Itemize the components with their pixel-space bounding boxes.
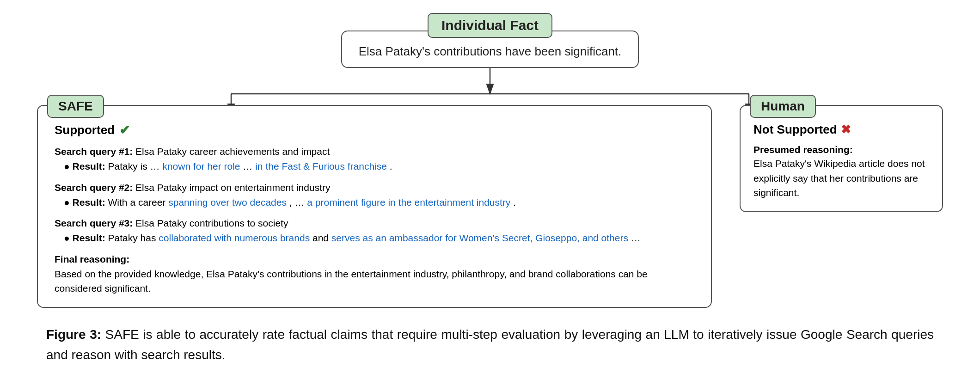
safe-box-wrapper: SAFE Supported ✔ Search query #1: Elsa P… xyxy=(37,105,712,308)
presumed-label: Presumed reasoning: xyxy=(753,144,853,155)
final-reasoning-block: Final reasoning: Based on the provided k… xyxy=(55,254,694,296)
safe-badge-label: SAFE xyxy=(58,99,93,113)
result-3-mid: and xyxy=(312,233,331,243)
individual-fact-text: Elsa Pataky's contributions have been si… xyxy=(359,44,622,58)
safe-status-text: Supported xyxy=(55,123,115,137)
query-block-3: Search query #3: Elsa Pataky contributio… xyxy=(55,218,694,245)
checkmark-icon: ✔ xyxy=(119,122,130,138)
result-2-link2: a prominent figure in the entertainment … xyxy=(307,197,510,208)
presumed-text: Elsa Pataky's Wikipedia article does not… xyxy=(753,156,929,200)
query-1-text: Elsa Pataky career achievements and impa… xyxy=(135,146,330,157)
main-container: Individual Fact Elsa Pataky's contributi… xyxy=(0,0,980,392)
query-2-bold: Search query #2: xyxy=(55,182,133,193)
human-badge: Human xyxy=(750,95,816,118)
human-status-text: Not Supported xyxy=(753,122,837,137)
bullet-3: ● xyxy=(64,233,73,243)
result-2-prefix: Result: With a career xyxy=(73,197,169,208)
result-2-suffix: . xyxy=(513,197,516,208)
individual-fact-wrapper: Individual Fact Elsa Pataky's contributi… xyxy=(341,13,639,68)
columns-wrapper: SAFE Supported ✔ Search query #1: Elsa P… xyxy=(37,105,943,308)
presumed-reasoning-block: Presumed reasoning: Elsa Pataky's Wikipe… xyxy=(753,144,929,200)
individual-fact-badge-label: Individual Fact xyxy=(441,18,539,33)
result-3-link2: serves as an ambassador for Women's Secr… xyxy=(331,233,628,243)
result-3-suffix: … xyxy=(631,233,641,243)
bullet-1: ● xyxy=(64,161,73,172)
query-3-label: Search query #3: Elsa Pataky contributio… xyxy=(55,218,694,229)
final-reasoning-label: Final reasoning: xyxy=(55,254,694,265)
query-2-result: ● Result: With a career spanning over tw… xyxy=(64,195,694,210)
result-1-link1: known for her role xyxy=(162,161,240,172)
query-block-2: Search query #2: Elsa Pataky impact on e… xyxy=(55,182,694,210)
query-2-text: Elsa Pataky impact on entertainment indu… xyxy=(135,182,330,193)
crossmark-icon: ✖ xyxy=(841,122,851,137)
human-content-box: Not Supported ✖ Presumed reasoning: Elsa… xyxy=(740,105,943,212)
result-3-link1: collaborated with numerous brands xyxy=(159,233,310,243)
result-1-prefix: Result: Pataky is … xyxy=(73,161,163,172)
result-1-mid: … xyxy=(243,161,255,172)
final-reasoning-text: Based on the provided knowledge, Elsa Pa… xyxy=(55,267,694,296)
safe-badge: SAFE xyxy=(47,95,104,118)
safe-content-box: Supported ✔ Search query #1: Elsa Pataky… xyxy=(37,105,712,308)
result-2-link1: spanning over two decades xyxy=(168,197,287,208)
result-1-suffix: . xyxy=(390,161,392,172)
query-3-bold: Search query #3: xyxy=(55,218,133,228)
individual-fact-top: Individual Fact Elsa Pataky's contributi… xyxy=(37,13,943,68)
figure-number: Figure 3: xyxy=(46,327,101,342)
query-1-result: ● Result: Pataky is … known for her role… xyxy=(64,159,694,174)
not-supported-line: Not Supported ✖ xyxy=(753,122,929,137)
result-1-link2: in the Fast & Furious franchise xyxy=(255,161,387,172)
query-2-label: Search query #2: Elsa Pataky impact on e… xyxy=(55,182,694,193)
query-3-text: Elsa Pataky contributions to society xyxy=(135,218,288,228)
figure-caption: Figure 3: SAFE is able to accurately rat… xyxy=(37,325,943,366)
individual-fact-badge: Individual Fact xyxy=(428,13,552,38)
human-box-wrapper: Human Not Supported ✖ Presumed reasoning… xyxy=(740,105,943,212)
safe-status-line: Supported ✔ xyxy=(55,122,694,138)
diagram-area: Individual Fact Elsa Pataky's contributi… xyxy=(37,13,943,308)
query-1-bold: Search query #1: xyxy=(55,146,133,157)
result-3-prefix: Result: Pataky has xyxy=(73,233,159,243)
query-3-result: ● Result: Pataky has collaborated with n… xyxy=(64,231,694,245)
result-2-mid: , … xyxy=(289,197,307,208)
human-badge-label: Human xyxy=(761,99,805,113)
figure-caption-text: SAFE is able to accurately rate factual … xyxy=(46,327,934,362)
query-block-1: Search query #1: Elsa Pataky career achi… xyxy=(55,146,694,174)
query-1-label: Search query #1: Elsa Pataky career achi… xyxy=(55,146,694,157)
bullet-2: ● xyxy=(64,197,73,208)
